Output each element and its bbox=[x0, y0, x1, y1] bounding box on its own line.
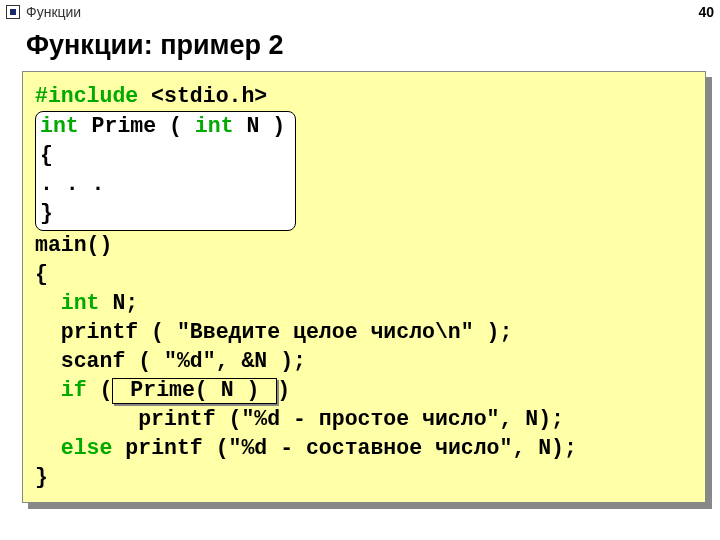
breadcrumb-row: Функции 40 bbox=[0, 0, 720, 22]
printf1: printf ( "Введите целое число\n" ); bbox=[35, 320, 512, 344]
kw-int-decl: int bbox=[61, 291, 100, 315]
printf3: printf ("%d - составное число", N); bbox=[112, 436, 576, 460]
brace-close: } bbox=[35, 465, 48, 489]
prime-call-highlight: Prime( N ) bbox=[112, 378, 277, 404]
kw-if: if bbox=[61, 378, 87, 402]
page-title: Функции: пример 2 bbox=[26, 30, 720, 61]
kw-int-param: int bbox=[195, 114, 234, 138]
code-block-wrap: #include <stdio.h> int Prime ( int N ) {… bbox=[22, 71, 706, 503]
main-line: main() bbox=[35, 233, 112, 257]
breadcrumb: Функции bbox=[26, 4, 81, 20]
scanf: scanf ( "%d", &N ); bbox=[35, 349, 306, 373]
if-c: ) bbox=[277, 378, 290, 402]
fn-sig-b: Prime ( bbox=[79, 114, 195, 138]
brace-open: { bbox=[35, 262, 48, 286]
fn-body: . . . bbox=[40, 172, 105, 196]
kw-else: else bbox=[61, 436, 113, 460]
kw-int-ret: int bbox=[40, 114, 79, 138]
decl-b: N; bbox=[100, 291, 139, 315]
fn-close: } bbox=[40, 201, 53, 225]
code-block: #include <stdio.h> int Prime ( int N ) {… bbox=[22, 71, 706, 503]
kw-include: #include bbox=[35, 84, 138, 108]
function-def-box: int Prime ( int N ) { . . . } bbox=[35, 111, 296, 231]
fn-open: { bbox=[40, 143, 53, 167]
if-b: ( bbox=[87, 378, 113, 402]
bullet-icon bbox=[6, 5, 20, 19]
fn-sig-d: N ) bbox=[234, 114, 286, 138]
page-number: 40 bbox=[698, 4, 714, 20]
printf2: printf ("%d - простое число", N); bbox=[35, 407, 564, 431]
include-file: <stdio.h> bbox=[138, 84, 267, 108]
